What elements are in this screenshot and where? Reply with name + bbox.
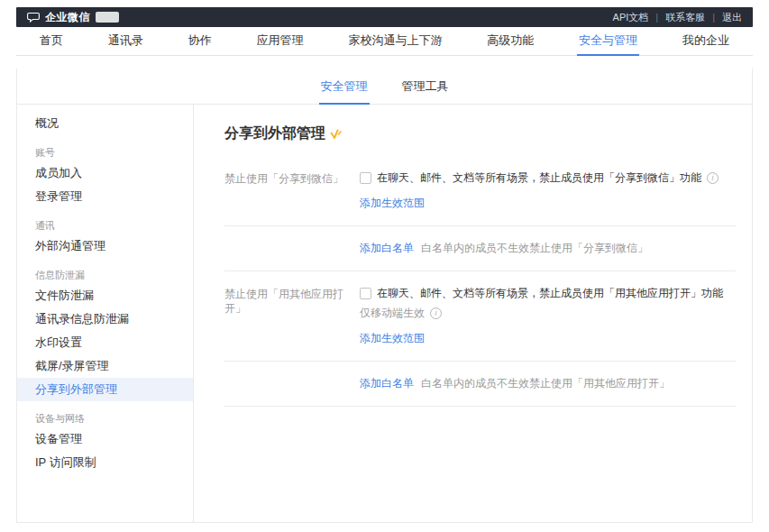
logo-badge [96,12,119,23]
sidebar: 概况 账号 成员加入 登录管理 通讯 外部沟通管理 信息防泄漏 文件防泄漏 通讯… [17,105,194,522]
main-nav: 首页 通讯录 协作 应用管理 家校沟通与上下游 高级功能 安全与管理 我的企业 [16,27,753,56]
brand: 企业微信 [27,10,119,25]
page: 企业微信 API文档 | 联系客服 | 退出 首页 通讯录 协作 应用管理 家校… [0,0,769,523]
tab-management-tools[interactable]: 管理工具 [400,69,451,105]
api-docs-link[interactable]: API文档 [613,11,649,24]
divider [224,225,736,226]
nav-collaboration[interactable]: 协作 [187,27,214,56]
setting-label: 禁止使用「用其他应用打开」 [224,286,360,316]
setting-label: 禁止使用「分享到微信」 [224,170,360,186]
contact-support-link[interactable]: 联系客服 [665,11,705,24]
sidebar-item-login-management[interactable]: 登录管理 [17,185,193,208]
divider [224,271,736,271]
divider [224,406,736,407]
nav-home[interactable]: 首页 [38,27,65,56]
sidebar-item-file-leak[interactable]: 文件防泄漏 [17,284,193,307]
content-container: 安全管理 管理工具 概况 账号 成员加入 登录管理 通讯 外部沟通管理 信息防泄… [16,69,753,523]
checkbox-note: 仅移动端生效 [360,306,425,320]
checkbox-label: 在聊天、邮件、文档等所有场景，禁止成员使用「分享到微信」功能 [377,170,701,185]
sparkle-icon [330,129,342,140]
checkbox-label: 在聊天、邮件、文档等所有场景，禁止成员使用「用其他应用打开」功能 [377,286,723,300]
nav-security-management[interactable]: 安全与管理 [577,27,639,56]
logout-link[interactable]: 退出 [722,11,742,24]
info-icon[interactable]: i [707,172,719,184]
nav-school-upstream[interactable]: 家校沟通与上下游 [346,27,444,56]
add-whitelist-link[interactable]: 添加白名单 [360,241,414,256]
sidebar-item-share-external[interactable]: 分享到外部管理 [17,378,193,401]
divider [224,361,736,362]
setting-open-with-other-apps: 禁止使用「用其他应用打开」 在聊天、邮件、文档等所有场景，禁止成员使用「用其他应… [224,286,736,407]
sidebar-section-leak-prevention: 信息防泄漏 [17,266,193,284]
page-title-text: 分享到外部管理 [224,124,325,143]
whitelist-desc: 白名单内的成员不生效禁止使用「用其他应用打开」 [421,376,670,391]
sidebar-item-ip-restriction[interactable]: IP 访问限制 [17,451,193,474]
separator: | [712,12,715,23]
info-icon[interactable]: i [430,307,442,319]
forbid-open-other-apps-checkbox[interactable] [360,288,371,299]
sidebar-item-contacts-leak[interactable]: 通讯录信息防泄漏 [17,307,193,331]
sidebar-section-device-network: 设备与网络 [17,409,193,427]
setting-share-to-wechat: 禁止使用「分享到微信」 在聊天、邮件、文档等所有场景，禁止成员使用「分享到微信」… [224,170,736,271]
sidebar-item-watermark[interactable]: 水印设置 [17,331,193,354]
add-scope-link[interactable]: 添加生效范围 [360,196,425,211]
sidebar-item-device-management[interactable]: 设备管理 [17,427,193,451]
main-content: 分享到外部管理 禁止使用「分享到微信」 [194,105,752,522]
sidebar-section-account: 账号 [17,143,193,161]
topbar: 企业微信 API文档 | 联系客服 | 退出 [16,7,753,27]
nav-advanced-features[interactable]: 高级功能 [485,27,536,56]
page-title: 分享到外部管理 [224,124,736,143]
secondary-tabs: 安全管理 管理工具 [17,69,752,105]
nav-contacts[interactable]: 通讯录 [106,27,145,56]
sidebar-section-communication: 通讯 [17,216,193,234]
add-whitelist-link[interactable]: 添加白名单 [360,376,414,391]
sidebar-item-screenshot-mgmt[interactable]: 截屏/录屏管理 [17,354,193,378]
forbid-share-wechat-checkbox[interactable] [360,172,371,184]
add-scope-link[interactable]: 添加生效范围 [360,331,425,346]
whitelist-desc: 白名单内的成员不生效禁止使用「分享到微信」 [421,241,648,256]
sidebar-item-external-comm[interactable]: 外部沟通管理 [17,234,193,258]
separator: | [655,12,658,23]
sidebar-item-member-join[interactable]: 成员加入 [17,161,193,185]
app-title: 企业微信 [45,10,90,25]
sidebar-item-overview[interactable]: 概况 [17,112,193,135]
container-body: 概况 账号 成员加入 登录管理 通讯 外部沟通管理 信息防泄漏 文件防泄漏 通讯… [17,105,752,522]
nav-app-management[interactable]: 应用管理 [255,27,306,56]
wework-logo-icon [27,12,40,23]
topbar-links: API文档 | 联系客服 | 退出 [613,11,742,24]
tab-security-management[interactable]: 安全管理 [319,69,370,105]
nav-my-company[interactable]: 我的企业 [681,27,731,56]
